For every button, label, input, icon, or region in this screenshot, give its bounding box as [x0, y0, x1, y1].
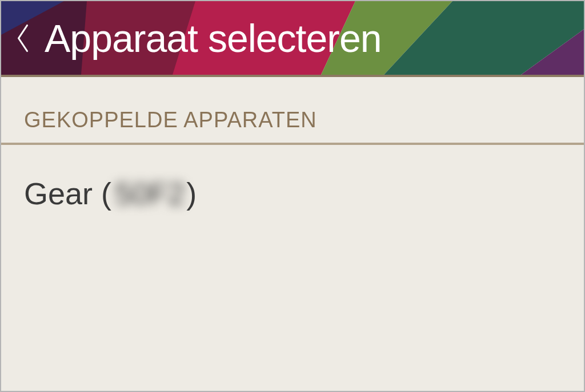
device-name-suffix: ): [186, 176, 197, 211]
device-name-prefix: Gear (: [24, 176, 111, 211]
app-header: Apparaat selecteren: [1, 1, 584, 77]
section-header: GEKOPPELDE APPARATEN: [1, 77, 584, 145]
device-item[interactable]: Gear ( 50F2 ): [1, 145, 584, 227]
page-title: Apparaat selecteren: [45, 16, 382, 60]
device-id-obscured: 50F2: [115, 176, 185, 211]
back-icon[interactable]: [11, 21, 34, 55]
device-list: Gear ( 50F2 ): [1, 145, 584, 227]
section-title: GEKOPPELDE APPARATEN: [24, 108, 561, 132]
